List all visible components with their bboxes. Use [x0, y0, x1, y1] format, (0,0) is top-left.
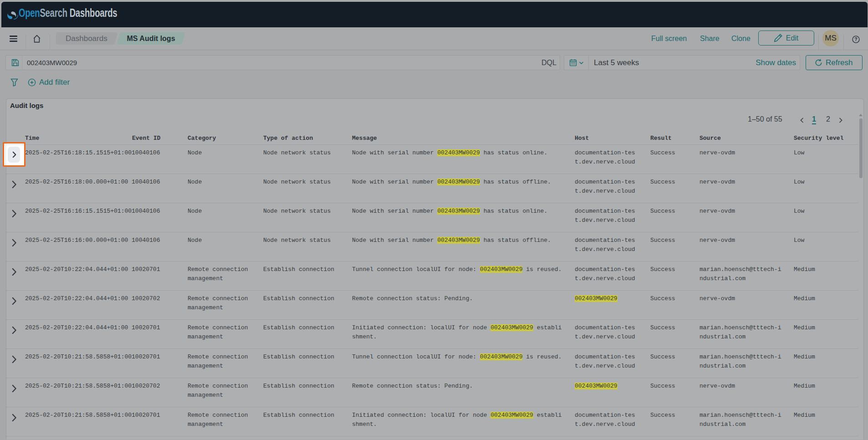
svg-text:?: ? [854, 36, 857, 42]
